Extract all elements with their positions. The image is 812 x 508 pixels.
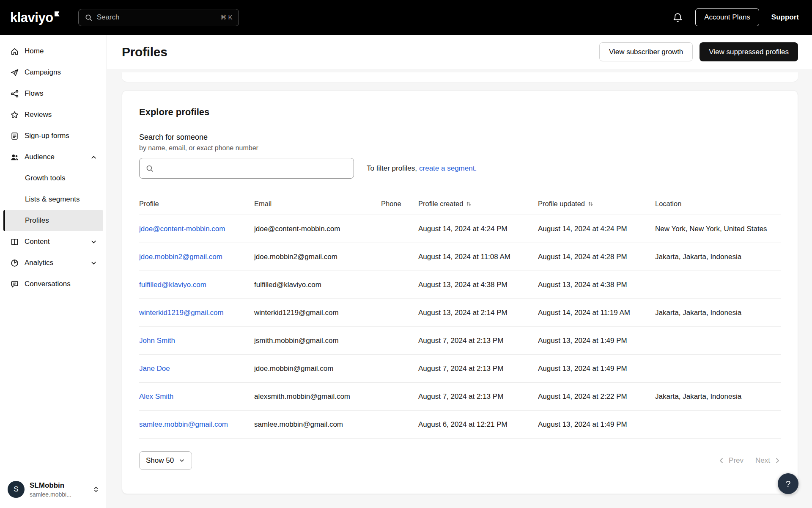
notifications-button[interactable] <box>672 12 683 23</box>
column-header-profile-updated[interactable]: Profile updated <box>538 196 655 215</box>
cell-profile-created: August 13, 2024 at 2:14 PM <box>418 299 538 327</box>
klaviyo-logo[interactable]: klaviyo <box>10 11 60 24</box>
create-segment-link[interactable]: create a segment. <box>419 164 477 172</box>
pagination: Prev Next <box>718 456 781 465</box>
search-hint: by name, email, or exact phone number <box>139 144 781 152</box>
prev-button[interactable]: Prev <box>718 456 743 465</box>
sidebar-item-conversations[interactable]: Conversations <box>3 273 103 295</box>
view-suppressed-profiles-button[interactable]: View suppressed profiles <box>700 42 798 61</box>
explore-profiles-card: Explore profiles Search for someone by n… <box>122 90 798 494</box>
profile-link[interactable]: samlee.mobbin@gmail.com <box>139 420 228 428</box>
cell-profile-created: August 7, 2024 at 2:13 PM <box>418 383 538 411</box>
cell-profile-created: August 6, 2024 at 12:21 PM <box>418 411 538 439</box>
cell-location <box>655 411 781 439</box>
cell-profile-created: August 14, 2024 at 4:24 PM <box>418 215 538 243</box>
sort-icon <box>587 201 594 207</box>
chevron-down-icon <box>90 260 97 267</box>
people-icon <box>10 153 19 162</box>
global-search-input[interactable] <box>97 13 216 22</box>
search-for-someone-label: Search for someone <box>139 133 781 142</box>
next-button[interactable]: Next <box>755 456 781 465</box>
sidebar-item-label: Audience <box>25 153 55 161</box>
cell-profile-updated: August 14, 2024 at 4:24 PM <box>538 215 655 243</box>
cell-profile-updated: August 14, 2024 at 4:28 PM <box>538 243 655 271</box>
sidebar-item-profiles[interactable]: Profiles <box>3 210 103 231</box>
profile-link[interactable]: jdoe.mobbin2@gmail.com <box>139 253 222 261</box>
column-header-profile-created[interactable]: Profile created <box>418 196 538 215</box>
sidebar-item-signup-forms[interactable]: Sign-up forms <box>3 125 103 146</box>
book-icon <box>10 237 19 246</box>
table-header-row: Profile Email Phone Profile created Prof… <box>139 196 781 215</box>
sidebar-item-campaigns[interactable]: Campaigns <box>3 62 103 83</box>
user-meta: SLMobbin samlee.mobbi... <box>30 481 71 498</box>
topbar: klaviyo ⌘ K Account Plans Support <box>0 0 812 35</box>
view-subscriber-growth-button[interactable]: View subscriber growth <box>599 42 693 61</box>
cell-phone <box>381 243 418 271</box>
cell-email: alexsmith.mobbin@gmail.com <box>254 383 381 411</box>
filter-note: To filter profiles,create a segment. <box>367 164 477 173</box>
pie-chart-icon <box>10 259 19 268</box>
sidebar-item-label: Analytics <box>25 259 53 267</box>
profile-link[interactable]: Alex Smith <box>139 392 173 400</box>
profile-link[interactable]: Jane Doe <box>139 364 170 373</box>
main-area: Profiles View subscriber growth View sup… <box>107 35 812 508</box>
column-header-location: Location <box>655 196 781 215</box>
cell-profile-updated: August 13, 2024 at 4:38 PM <box>538 271 655 299</box>
chevron-down-icon <box>178 457 185 464</box>
cell-email: jsmith.mobbin@gmail.com <box>254 327 381 355</box>
profile-search-input[interactable] <box>158 164 348 173</box>
sidebar-item-label: Growth tools <box>25 174 65 182</box>
cell-location: Jakarta, Jakarta, Indonesia <box>655 299 781 327</box>
profile-link[interactable]: John Smith <box>139 337 175 345</box>
klaviyo-logo-text: klaviyo <box>10 11 53 24</box>
cell-email: fulfilled@klaviyo.com <box>254 271 381 299</box>
cell-profile-updated: August 13, 2024 at 1:49 PM <box>538 327 655 355</box>
table-row: Jane Doe jdoe.mobbin@gmail.com August 7,… <box>139 355 781 383</box>
profile-link[interactable]: fulfilled@klaviyo.com <box>139 281 206 289</box>
sidebar-item-label: Content <box>25 237 50 246</box>
sidebar-item-audience[interactable]: Audience <box>3 146 103 168</box>
sidebar-item-flows[interactable]: Flows <box>3 83 103 104</box>
page-header: Profiles View subscriber growth View sup… <box>107 35 812 69</box>
search-row: To filter profiles,create a segment. <box>139 158 781 179</box>
sidebar-item-content[interactable]: Content <box>3 231 103 252</box>
sidebar-item-label: Sign-up forms <box>25 132 69 140</box>
profiles-table-body: jdoe@content-mobbin.com jdoe@content-mob… <box>139 215 781 439</box>
profile-link[interactable]: jdoe@content-mobbin.com <box>139 225 225 233</box>
flow-icon <box>10 89 19 98</box>
chevron-down-icon <box>90 238 97 246</box>
sidebar-item-home[interactable]: Home <box>3 41 103 62</box>
sidebar-item-label: Lists & segments <box>25 195 80 204</box>
profile-link[interactable]: winterkid1219@gmail.com <box>139 309 224 317</box>
cell-profile-created: August 7, 2024 at 2:13 PM <box>418 355 538 383</box>
cell-location <box>655 271 781 299</box>
cell-location <box>655 327 781 355</box>
support-link[interactable]: Support <box>771 13 799 22</box>
sidebar-nav: Home Campaigns Flows Reviews <box>0 41 107 295</box>
help-button[interactable]: ? <box>778 473 798 494</box>
global-search[interactable]: ⌘ K <box>78 9 239 26</box>
column-header-profile: Profile <box>139 196 254 215</box>
show-per-page-button[interactable]: Show 50 <box>139 451 192 470</box>
table-footer: Show 50 Prev Next <box>139 451 781 470</box>
sidebar-item-label: Home <box>25 47 44 55</box>
account-plans-button[interactable]: Account Plans <box>695 8 759 26</box>
cell-profile: John Smith <box>139 327 254 355</box>
account-switcher[interactable]: S SLMobbin samlee.mobbi... <box>0 474 107 508</box>
cell-phone <box>381 327 418 355</box>
explore-profiles-title: Explore profiles <box>139 107 781 118</box>
cell-profile: samlee.mobbin@gmail.com <box>139 411 254 439</box>
cell-profile-created: August 14, 2024 at 11:08 AM <box>418 243 538 271</box>
sidebar-item-growth-tools[interactable]: Growth tools <box>3 168 103 189</box>
sidebar-item-analytics[interactable]: Analytics <box>3 252 103 273</box>
profile-search[interactable] <box>139 158 354 179</box>
sidebar-item-lists-segments[interactable]: Lists & segments <box>3 189 103 210</box>
klaviyo-flag-icon <box>55 11 60 17</box>
topbar-actions: Account Plans Support <box>672 8 799 26</box>
cell-phone <box>381 355 418 383</box>
sidebar: Home Campaigns Flows Reviews <box>0 35 107 508</box>
cell-profile-created: August 13, 2024 at 4:38 PM <box>418 271 538 299</box>
sidebar-item-reviews[interactable]: Reviews <box>3 104 103 125</box>
star-icon <box>10 110 19 119</box>
sidebar-item-label: Profiles <box>25 216 49 225</box>
